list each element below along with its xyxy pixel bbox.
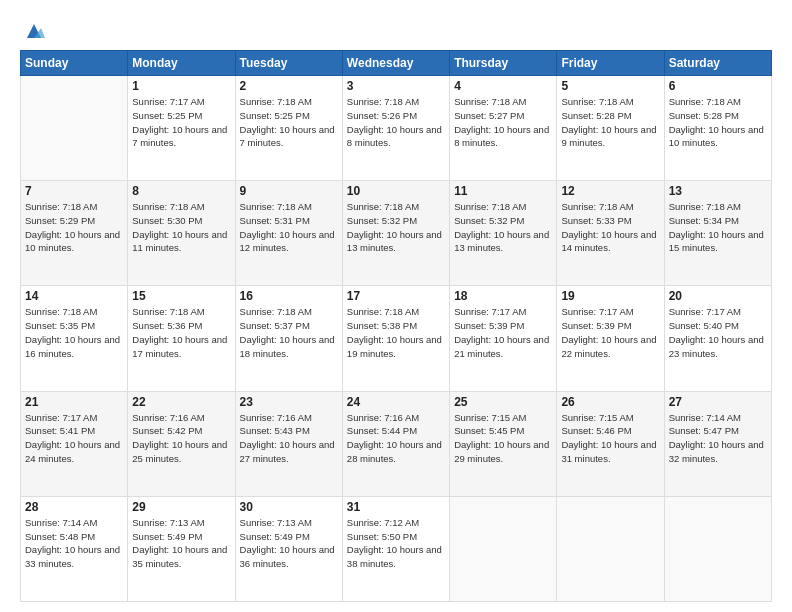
day-number: 25 bbox=[454, 395, 552, 409]
weekday-header: Friday bbox=[557, 51, 664, 76]
calendar-week-row: 28Sunrise: 7:14 AM Sunset: 5:48 PM Dayli… bbox=[21, 496, 772, 601]
calendar-cell: 21Sunrise: 7:17 AM Sunset: 5:41 PM Dayli… bbox=[21, 391, 128, 496]
logo bbox=[20, 18, 45, 42]
calendar-cell: 3Sunrise: 7:18 AM Sunset: 5:26 PM Daylig… bbox=[342, 76, 449, 181]
calendar-cell: 12Sunrise: 7:18 AM Sunset: 5:33 PM Dayli… bbox=[557, 181, 664, 286]
day-number: 11 bbox=[454, 184, 552, 198]
day-number: 10 bbox=[347, 184, 445, 198]
day-info: Sunrise: 7:13 AM Sunset: 5:49 PM Dayligh… bbox=[240, 516, 338, 571]
calendar-cell: 1Sunrise: 7:17 AM Sunset: 5:25 PM Daylig… bbox=[128, 76, 235, 181]
day-info: Sunrise: 7:18 AM Sunset: 5:26 PM Dayligh… bbox=[347, 95, 445, 150]
day-number: 29 bbox=[132, 500, 230, 514]
calendar-cell: 31Sunrise: 7:12 AM Sunset: 5:50 PM Dayli… bbox=[342, 496, 449, 601]
day-info: Sunrise: 7:16 AM Sunset: 5:44 PM Dayligh… bbox=[347, 411, 445, 466]
calendar-cell: 14Sunrise: 7:18 AM Sunset: 5:35 PM Dayli… bbox=[21, 286, 128, 391]
calendar-cell: 4Sunrise: 7:18 AM Sunset: 5:27 PM Daylig… bbox=[450, 76, 557, 181]
day-number: 12 bbox=[561, 184, 659, 198]
day-info: Sunrise: 7:18 AM Sunset: 5:38 PM Dayligh… bbox=[347, 305, 445, 360]
day-number: 18 bbox=[454, 289, 552, 303]
day-number: 24 bbox=[347, 395, 445, 409]
header bbox=[20, 18, 772, 42]
calendar-cell: 11Sunrise: 7:18 AM Sunset: 5:32 PM Dayli… bbox=[450, 181, 557, 286]
calendar-cell: 30Sunrise: 7:13 AM Sunset: 5:49 PM Dayli… bbox=[235, 496, 342, 601]
day-info: Sunrise: 7:18 AM Sunset: 5:33 PM Dayligh… bbox=[561, 200, 659, 255]
day-number: 22 bbox=[132, 395, 230, 409]
day-number: 3 bbox=[347, 79, 445, 93]
weekday-header: Monday bbox=[128, 51, 235, 76]
day-number: 14 bbox=[25, 289, 123, 303]
day-number: 7 bbox=[25, 184, 123, 198]
logo-icon bbox=[23, 20, 45, 42]
day-info: Sunrise: 7:18 AM Sunset: 5:30 PM Dayligh… bbox=[132, 200, 230, 255]
day-info: Sunrise: 7:17 AM Sunset: 5:39 PM Dayligh… bbox=[454, 305, 552, 360]
weekday-header: Saturday bbox=[664, 51, 771, 76]
calendar-cell: 16Sunrise: 7:18 AM Sunset: 5:37 PM Dayli… bbox=[235, 286, 342, 391]
calendar-cell: 23Sunrise: 7:16 AM Sunset: 5:43 PM Dayli… bbox=[235, 391, 342, 496]
day-number: 31 bbox=[347, 500, 445, 514]
calendar-cell: 8Sunrise: 7:18 AM Sunset: 5:30 PM Daylig… bbox=[128, 181, 235, 286]
day-number: 13 bbox=[669, 184, 767, 198]
calendar-cell: 29Sunrise: 7:13 AM Sunset: 5:49 PM Dayli… bbox=[128, 496, 235, 601]
day-info: Sunrise: 7:17 AM Sunset: 5:40 PM Dayligh… bbox=[669, 305, 767, 360]
day-info: Sunrise: 7:16 AM Sunset: 5:43 PM Dayligh… bbox=[240, 411, 338, 466]
calendar-table: SundayMondayTuesdayWednesdayThursdayFrid… bbox=[20, 50, 772, 602]
calendar-cell: 27Sunrise: 7:14 AM Sunset: 5:47 PM Dayli… bbox=[664, 391, 771, 496]
calendar-cell: 17Sunrise: 7:18 AM Sunset: 5:38 PM Dayli… bbox=[342, 286, 449, 391]
day-number: 21 bbox=[25, 395, 123, 409]
calendar-cell bbox=[557, 496, 664, 601]
calendar-cell: 19Sunrise: 7:17 AM Sunset: 5:39 PM Dayli… bbox=[557, 286, 664, 391]
day-number: 4 bbox=[454, 79, 552, 93]
calendar-cell: 9Sunrise: 7:18 AM Sunset: 5:31 PM Daylig… bbox=[235, 181, 342, 286]
day-info: Sunrise: 7:14 AM Sunset: 5:48 PM Dayligh… bbox=[25, 516, 123, 571]
day-number: 17 bbox=[347, 289, 445, 303]
weekday-header: Sunday bbox=[21, 51, 128, 76]
weekday-header: Tuesday bbox=[235, 51, 342, 76]
day-number: 28 bbox=[25, 500, 123, 514]
calendar-cell: 15Sunrise: 7:18 AM Sunset: 5:36 PM Dayli… bbox=[128, 286, 235, 391]
calendar-cell bbox=[450, 496, 557, 601]
day-number: 26 bbox=[561, 395, 659, 409]
day-info: Sunrise: 7:17 AM Sunset: 5:39 PM Dayligh… bbox=[561, 305, 659, 360]
day-info: Sunrise: 7:17 AM Sunset: 5:41 PM Dayligh… bbox=[25, 411, 123, 466]
day-info: Sunrise: 7:14 AM Sunset: 5:47 PM Dayligh… bbox=[669, 411, 767, 466]
day-info: Sunrise: 7:18 AM Sunset: 5:35 PM Dayligh… bbox=[25, 305, 123, 360]
day-info: Sunrise: 7:12 AM Sunset: 5:50 PM Dayligh… bbox=[347, 516, 445, 571]
day-info: Sunrise: 7:18 AM Sunset: 5:31 PM Dayligh… bbox=[240, 200, 338, 255]
calendar-cell: 25Sunrise: 7:15 AM Sunset: 5:45 PM Dayli… bbox=[450, 391, 557, 496]
day-info: Sunrise: 7:18 AM Sunset: 5:34 PM Dayligh… bbox=[669, 200, 767, 255]
weekday-header: Wednesday bbox=[342, 51, 449, 76]
day-number: 5 bbox=[561, 79, 659, 93]
day-number: 15 bbox=[132, 289, 230, 303]
day-number: 9 bbox=[240, 184, 338, 198]
day-info: Sunrise: 7:18 AM Sunset: 5:27 PM Dayligh… bbox=[454, 95, 552, 150]
calendar-week-row: 21Sunrise: 7:17 AM Sunset: 5:41 PM Dayli… bbox=[21, 391, 772, 496]
day-info: Sunrise: 7:17 AM Sunset: 5:25 PM Dayligh… bbox=[132, 95, 230, 150]
day-number: 27 bbox=[669, 395, 767, 409]
day-number: 16 bbox=[240, 289, 338, 303]
day-number: 6 bbox=[669, 79, 767, 93]
day-number: 19 bbox=[561, 289, 659, 303]
calendar-cell: 6Sunrise: 7:18 AM Sunset: 5:28 PM Daylig… bbox=[664, 76, 771, 181]
calendar-cell: 18Sunrise: 7:17 AM Sunset: 5:39 PM Dayli… bbox=[450, 286, 557, 391]
calendar-cell: 2Sunrise: 7:18 AM Sunset: 5:25 PM Daylig… bbox=[235, 76, 342, 181]
day-info: Sunrise: 7:15 AM Sunset: 5:45 PM Dayligh… bbox=[454, 411, 552, 466]
day-number: 1 bbox=[132, 79, 230, 93]
day-info: Sunrise: 7:18 AM Sunset: 5:36 PM Dayligh… bbox=[132, 305, 230, 360]
page: SundayMondayTuesdayWednesdayThursdayFrid… bbox=[0, 0, 792, 612]
day-number: 2 bbox=[240, 79, 338, 93]
calendar-week-row: 14Sunrise: 7:18 AM Sunset: 5:35 PM Dayli… bbox=[21, 286, 772, 391]
day-info: Sunrise: 7:18 AM Sunset: 5:37 PM Dayligh… bbox=[240, 305, 338, 360]
calendar-cell: 7Sunrise: 7:18 AM Sunset: 5:29 PM Daylig… bbox=[21, 181, 128, 286]
day-info: Sunrise: 7:18 AM Sunset: 5:25 PM Dayligh… bbox=[240, 95, 338, 150]
day-number: 20 bbox=[669, 289, 767, 303]
calendar-cell bbox=[664, 496, 771, 601]
day-info: Sunrise: 7:18 AM Sunset: 5:28 PM Dayligh… bbox=[561, 95, 659, 150]
weekday-header-row: SundayMondayTuesdayWednesdayThursdayFrid… bbox=[21, 51, 772, 76]
day-number: 8 bbox=[132, 184, 230, 198]
calendar-cell: 26Sunrise: 7:15 AM Sunset: 5:46 PM Dayli… bbox=[557, 391, 664, 496]
calendar-cell: 5Sunrise: 7:18 AM Sunset: 5:28 PM Daylig… bbox=[557, 76, 664, 181]
day-info: Sunrise: 7:18 AM Sunset: 5:28 PM Dayligh… bbox=[669, 95, 767, 150]
calendar-cell bbox=[21, 76, 128, 181]
day-number: 23 bbox=[240, 395, 338, 409]
day-info: Sunrise: 7:16 AM Sunset: 5:42 PM Dayligh… bbox=[132, 411, 230, 466]
